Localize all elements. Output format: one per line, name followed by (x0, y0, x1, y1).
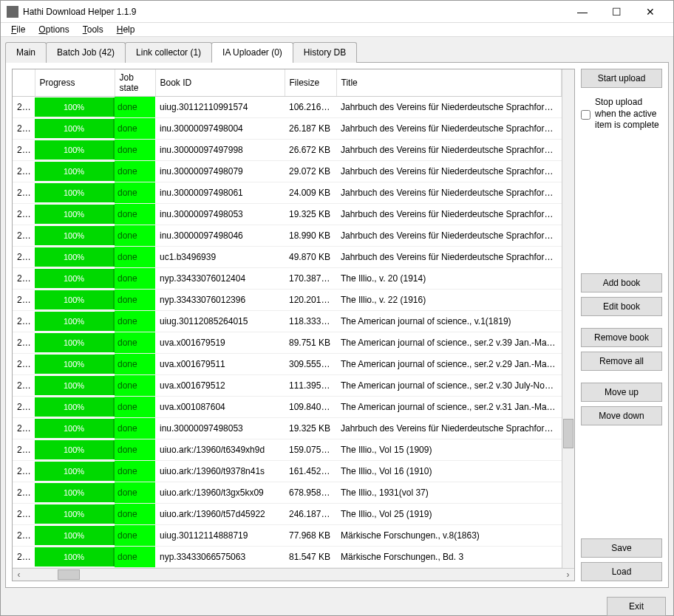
progress-bar: 100% (35, 333, 115, 352)
save-button[interactable]: Save (581, 538, 662, 558)
row-index: 290 (13, 354, 35, 375)
tab-link-collector-1-[interactable]: Link collector (1) (125, 42, 212, 63)
vertical-scrollbar[interactable] (562, 69, 574, 568)
progress-bar: 100% (35, 376, 115, 395)
tab-body: ProgressJob stateBook IDFilesizeTitle 27… (5, 63, 669, 588)
column-header[interactable] (13, 69, 35, 97)
menu-file[interactable]: File (5, 23, 31, 36)
title-cell: The Illio., v. 20 (1914) (336, 268, 562, 290)
progress-bar: 100% (35, 247, 115, 267)
tab-history-db[interactable]: History DB (293, 42, 357, 63)
filesize: 106.216 KB (285, 97, 336, 118)
table-row[interactable]: 286100%donenyp.33433076012404170.387 KBT… (13, 268, 562, 290)
remove-all-button[interactable]: Remove all (581, 352, 662, 371)
row-index: 294 (13, 439, 35, 461)
stop-upload-checkbox-row[interactable]: Stop upload when the active item is comp… (581, 97, 662, 131)
column-header[interactable]: Book ID (155, 69, 285, 97)
close-button[interactable]: ✕ (633, 1, 667, 23)
tab-main[interactable]: Main (5, 42, 47, 63)
tab-ia-uploader-0-[interactable]: IA Uploader (0) (211, 42, 293, 63)
scroll-left-icon[interactable]: ‹ (13, 569, 25, 580)
column-header[interactable]: Title (336, 69, 562, 97)
move-up-button[interactable]: Move up (581, 383, 662, 402)
row-index: 284 (13, 225, 35, 247)
menu-help[interactable]: Help (111, 23, 141, 36)
table-row[interactable]: 285100%doneuc1.b349693949.870 KBJahrbuch… (13, 247, 562, 268)
job-state: done (115, 182, 155, 203)
filesize: 118.333 KB (285, 311, 336, 332)
book-id: nyp.33433076012404 (155, 268, 285, 290)
job-state: done (115, 332, 155, 353)
table-row[interactable]: 296100%doneuiuo.ark:/13960/t3gx5kx09678.… (13, 482, 562, 504)
progress-bar: 100% (35, 547, 115, 567)
scrollbar-thumb[interactable] (58, 569, 80, 580)
progress-bar: 100% (35, 312, 115, 331)
table-row[interactable]: 291100%doneuva.x001679512111.395 KBThe A… (13, 375, 562, 397)
maximize-button[interactable]: ☐ (599, 1, 633, 23)
book-id: uc1.b3496939 (155, 247, 285, 268)
row-index: 287 (13, 290, 35, 311)
table-row[interactable]: 281100%doneinu.3000009749807929.072 KBJa… (13, 161, 562, 182)
row-index: 282 (13, 182, 35, 204)
table-row[interactable]: 278100%doneuiug.30112110991574106.216 KB… (13, 97, 562, 118)
table-row[interactable]: 282100%doneinu.3000009749806124.009 KBJa… (13, 182, 562, 204)
row-index: 299 (13, 547, 35, 568)
book-id: uva.x001087604 (155, 397, 285, 418)
book-id: inu.30000097498053 (155, 204, 285, 225)
table-row[interactable]: 280100%doneinu.3000009749799826.672 KBJa… (13, 140, 562, 161)
row-index: 281 (13, 161, 35, 182)
add-book-button[interactable]: Add book (581, 273, 662, 292)
table-row[interactable]: 290100%doneuva.x001679511309.555 KBThe A… (13, 354, 562, 375)
row-index: 279 (13, 118, 35, 140)
start-upload-button[interactable]: Start upload (581, 69, 662, 88)
minimize-button[interactable]: — (565, 1, 599, 23)
stop-upload-checkbox[interactable] (581, 98, 590, 131)
row-index: 298 (13, 525, 35, 547)
scrollbar-thumb[interactable] (563, 419, 573, 448)
filesize: 161.452 KB (285, 461, 336, 482)
filesize: 111.395 KB (285, 375, 336, 397)
title-cell: Jahrbuch des Vereins für Niederdeutsche … (336, 97, 562, 118)
scroll-right-icon[interactable]: › (562, 569, 574, 580)
table-row[interactable]: 287100%donenyp.33433076012396120.201 KBT… (13, 290, 562, 311)
table-row[interactable]: 279100%doneinu.3000009749800426.187 KBJa… (13, 118, 562, 140)
filesize: 49.870 KB (285, 247, 336, 268)
table-row[interactable]: 288100%doneuiug.30112085264015118.333 KB… (13, 311, 562, 332)
book-id: nyp.33433066575063 (155, 547, 285, 568)
tab-batch-job-42-[interactable]: Batch Job (42) (46, 42, 126, 63)
remove-book-button[interactable]: Remove book (581, 328, 662, 347)
stop-upload-label: Stop upload when the active item is comp… (595, 97, 662, 131)
table-row[interactable]: 293100%doneinu.3000009749805319.325 KBJa… (13, 418, 562, 439)
load-button[interactable]: Load (581, 562, 662, 581)
table-row[interactable]: 292100%doneuva.x001087604109.840 KBThe A… (13, 397, 562, 418)
table-row[interactable]: 297100%doneuiuo.ark:/13960/t57d45922246.… (13, 504, 562, 525)
table-row[interactable]: 289100%doneuva.x00167951989.751 KBThe Am… (13, 332, 562, 354)
app-window: Hathi Download Helper 1.1.9 — ☐ ✕ File O… (0, 0, 674, 616)
title-cell: The Illio., Vol 25 (1919) (336, 504, 562, 525)
table-row[interactable]: 299100%donenyp.3343306657506381.547 KBMä… (13, 547, 562, 568)
table-row[interactable]: 283100%doneinu.3000009749805319.325 KBJa… (13, 204, 562, 225)
title-cell: Jahrbuch des Vereins für Niederdeutsche … (336, 140, 562, 161)
exit-button[interactable]: Exit (607, 597, 666, 616)
table-row[interactable]: 284100%doneinu.3000009749804618.990 KBJa… (13, 225, 562, 247)
filesize: 246.187 KB (285, 504, 336, 525)
table-row[interactable]: 295100%doneuiuo.ark:/13960/t9378n41s161.… (13, 461, 562, 482)
table-row[interactable]: 294100%doneuiuo.ark:/13960/t6349xh9d159.… (13, 439, 562, 461)
menu-tools[interactable]: Tools (77, 23, 109, 36)
menu-options[interactable]: Options (33, 23, 75, 36)
horizontal-scrollbar[interactable]: ‹ › (13, 568, 574, 581)
filesize: 19.325 KB (285, 418, 336, 439)
progress-bar: 100% (35, 397, 115, 417)
filesize: 26.672 KB (285, 140, 336, 161)
title-cell: The Illio., Vol 15 (1909) (336, 439, 562, 461)
column-header[interactable]: Job state (115, 69, 155, 97)
column-header[interactable]: Filesize (285, 69, 336, 97)
edit-book-button[interactable]: Edit book (581, 297, 662, 316)
column-header[interactable]: Progress (35, 69, 115, 97)
job-state: done (115, 161, 155, 182)
filesize: 109.840 KB (285, 397, 336, 418)
table-row[interactable]: 298100%doneuiug.3011211488871977.968 KBM… (13, 525, 562, 547)
move-down-button[interactable]: Move down (581, 406, 662, 425)
progress-bar: 100% (35, 119, 115, 138)
book-id: inu.30000097498004 (155, 118, 285, 140)
